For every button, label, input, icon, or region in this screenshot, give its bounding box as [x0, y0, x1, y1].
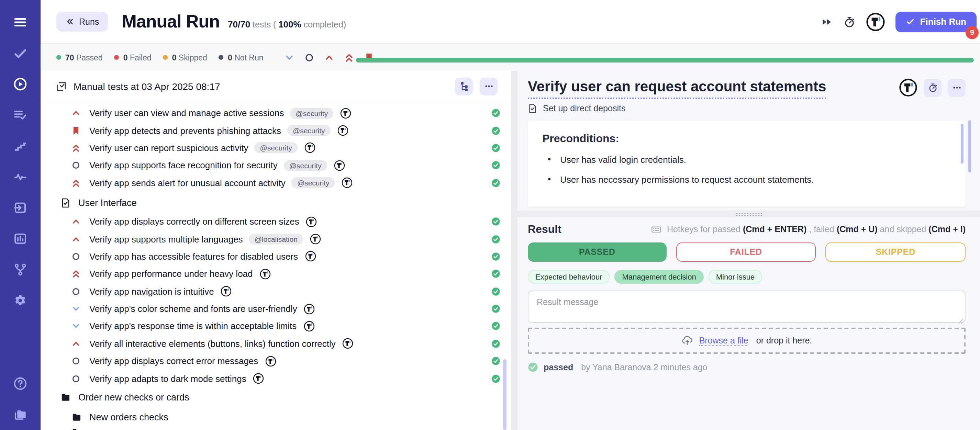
- test-row[interactable]: [41, 427, 511, 430]
- test-row[interactable]: Verify app supports face recognition for…: [41, 157, 511, 174]
- play-circle-icon[interactable]: [13, 77, 27, 91]
- result-message-wrap: [528, 291, 966, 323]
- status-passed-icon: [492, 357, 500, 366]
- row-title: Verify user can report suspicious activi…: [89, 143, 248, 153]
- panel-divider[interactable]: [511, 71, 517, 430]
- result-history: passed by Yana Baranova 2 minutes ago: [528, 362, 966, 373]
- test-row[interactable]: Order new checks or cards: [41, 387, 511, 407]
- right-panel-scrollbar[interactable]: [968, 120, 971, 172]
- resize-corner-icon[interactable]: [957, 315, 964, 321]
- list-check-icon[interactable]: [13, 108, 27, 122]
- test-row[interactable]: User Interface: [41, 193, 511, 213]
- file-drop-area[interactable]: Browse a file or drop it here.: [528, 328, 966, 354]
- result-tag[interactable]: Minor issue: [708, 270, 762, 284]
- row-title: Verify all interactive elements (buttons…: [89, 339, 336, 349]
- tlogo-icon: [304, 321, 314, 332]
- tree-view-button[interactable]: [455, 77, 473, 95]
- precondition-item: User has valid login credentials.: [542, 155, 951, 165]
- sign-in-icon[interactable]: [13, 201, 27, 215]
- tlogo-icon: [899, 78, 918, 97]
- status-dot: [219, 55, 224, 60]
- test-row[interactable]: Verify app sends alert for unusual accou…: [41, 174, 511, 192]
- hotkeys-hint: Hotkeys for passed (Cmd + ENTER) , faile…: [651, 224, 966, 235]
- hamburger-icon[interactable]: [13, 15, 27, 30]
- test-row[interactable]: Verify app has accessible features for d…: [41, 248, 511, 265]
- test-tree-header: Manual tests at 03 Apr 2025 08:17: [41, 71, 511, 102]
- result-button[interactable]: PASSED: [528, 243, 666, 262]
- tlogo-icon[interactable]: [866, 12, 885, 31]
- status-passed-icon: [492, 322, 500, 331]
- tag-pill: @security: [284, 160, 327, 171]
- gear-icon[interactable]: [13, 293, 27, 308]
- result-tag[interactable]: Management decision: [614, 270, 703, 284]
- folders-icon[interactable]: [13, 407, 27, 422]
- branch-icon[interactable]: [13, 262, 27, 277]
- status-dot: [163, 55, 168, 60]
- test-row[interactable]: Verify app's response time is within acc…: [41, 318, 511, 335]
- status-stat: 0 Skipped: [163, 53, 207, 62]
- help-icon[interactable]: [13, 376, 27, 391]
- double-caret-up-icon[interactable]: [345, 52, 354, 62]
- test-row[interactable]: Verify app detects and prevents phishing…: [41, 122, 511, 140]
- steps-icon[interactable]: [13, 139, 27, 153]
- caret-up-icon[interactable]: [325, 52, 334, 62]
- detail-header: Verify user can request account statemen…: [528, 78, 966, 99]
- status-dot: [56, 55, 61, 60]
- top-bar: Runs Manual Run 70/70 tests ( 100% compl…: [41, 0, 980, 44]
- test-row[interactable]: Verify app adapts to dark mode settings: [41, 370, 511, 387]
- resize-handle[interactable]: [517, 211, 980, 217]
- more-options-button[interactable]: [480, 77, 498, 95]
- more-options-button[interactable]: [948, 79, 966, 97]
- result-header: Result Hotkeys for passed (Cmd + ENTER) …: [528, 224, 966, 236]
- circle-icon[interactable]: [305, 52, 314, 62]
- top-bar-actions: Finish Run 9: [821, 11, 977, 32]
- result-button[interactable]: SKIPPED: [826, 243, 966, 262]
- test-row[interactable]: Verify app displays correctly on differe…: [41, 213, 511, 230]
- test-row[interactable]: Verify app performance under heavy load: [41, 265, 511, 282]
- double-caret-up-icon: [72, 179, 80, 187]
- timer-button[interactable]: [924, 79, 942, 97]
- check-icon[interactable]: [13, 46, 27, 60]
- bar-chart-icon[interactable]: [13, 232, 27, 246]
- test-row[interactable]: New orders checks: [41, 407, 511, 427]
- precondition-item: User has necessary permissions to reques…: [542, 175, 951, 185]
- result-message-input[interactable]: [528, 291, 966, 323]
- row-title: Verify app performance under heavy load: [89, 269, 253, 279]
- grip-dots-icon: [735, 212, 762, 216]
- pulse-icon[interactable]: [13, 170, 27, 184]
- back-to-runs-button[interactable]: Runs: [56, 12, 108, 32]
- status-dot: [115, 55, 119, 60]
- preconditions-card: Preconditions: User has valid login cred…: [528, 121, 966, 207]
- test-row[interactable]: Verify user can view and manage active s…: [41, 105, 511, 122]
- row-title: User Interface: [78, 198, 137, 208]
- test-row[interactable]: Verify user can report suspicious activi…: [41, 140, 511, 157]
- detail-actions: [899, 78, 966, 97]
- test-row[interactable]: Verify app's color scheme and fonts are …: [41, 300, 511, 318]
- chevron-down-icon[interactable]: [285, 52, 294, 62]
- tlogo-icon: [340, 108, 351, 119]
- fast-forward-icon[interactable]: [821, 16, 833, 28]
- finish-run-button[interactable]: Finish Run 9: [896, 11, 977, 32]
- sidebar: [0, 0, 41, 430]
- chevron-down-icon: [72, 304, 80, 313]
- browse-file-link[interactable]: Browse a file: [699, 336, 748, 346]
- result-button[interactable]: FAILED: [676, 243, 816, 262]
- row-title: Verify app has accessible features for d…: [89, 251, 298, 262]
- test-row[interactable]: Verify all interactive elements (buttons…: [41, 335, 511, 352]
- result-tag[interactable]: Expected behaviour: [528, 270, 609, 284]
- test-title: Verify user can request account statemen…: [528, 78, 826, 99]
- left-panel-scrollbar[interactable]: [503, 359, 506, 430]
- test-row[interactable]: Verify app displays correct error messag…: [41, 352, 511, 370]
- test-row[interactable]: Verify app navigation is intuitive: [41, 282, 511, 300]
- suite-breadcrumb[interactable]: Set up direct deposits: [528, 104, 966, 114]
- row-title: Verify app displays correctly on differe…: [89, 216, 299, 227]
- status-passed-icon: [492, 179, 500, 187]
- run-title: Manual tests at 03 Apr 2025 08:17: [73, 81, 220, 92]
- card-scrollbar[interactable]: [961, 124, 964, 164]
- sidebar-main-nav: [13, 15, 27, 308]
- status-stat: 0 Not Run: [219, 53, 264, 62]
- caret-up-icon: [72, 235, 80, 243]
- tag-pill: @security: [287, 125, 331, 136]
- stopwatch-icon[interactable]: [843, 16, 856, 28]
- test-row[interactable]: Verify app supports multiple languages @…: [41, 230, 511, 248]
